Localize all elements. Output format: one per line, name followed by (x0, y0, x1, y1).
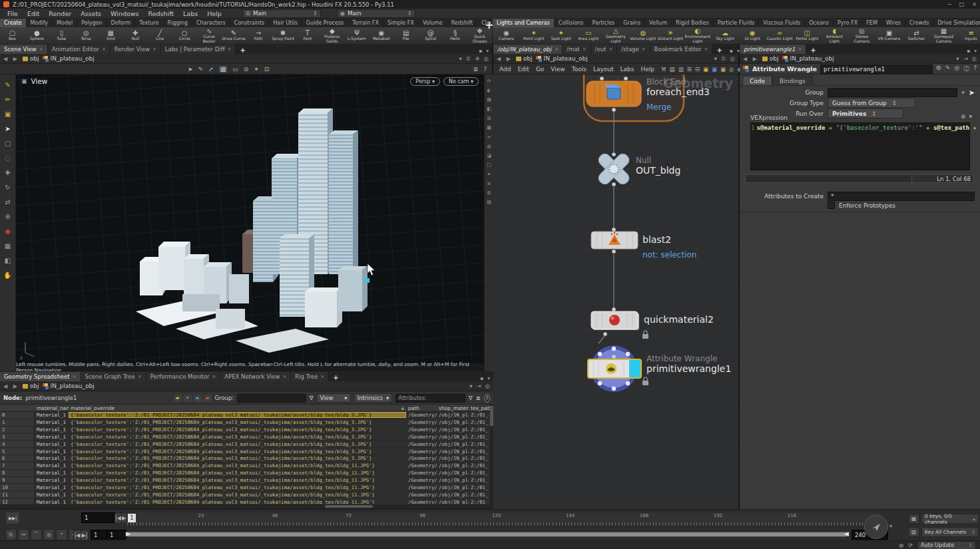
spreadsheet-toggle-icon[interactable]: ▰ (204, 395, 212, 402)
table-row[interactable]: 7 Material_1 {'basecolor_texture':'Z:/01… (0, 462, 493, 470)
network-menu-item[interactable]: Layout (590, 66, 617, 73)
network-toolbar-icon[interactable]: ⚒ (661, 66, 666, 73)
help-icon[interactable]: ? (484, 394, 490, 403)
forward-button[interactable]: ▶ (753, 56, 759, 62)
pane-tab[interactable]: /mat× (563, 45, 591, 54)
cell-path[interactable]: /Geometry/b (406, 427, 437, 433)
cell-path[interactable]: /Geometry/b (406, 492, 437, 498)
scrollbar-thumb[interactable] (325, 505, 373, 508)
shelf-tool-button[interactable]: ◉GI Light (739, 30, 766, 41)
viewport-side-tool-icon[interactable]: ⊕ (5, 213, 10, 220)
range-slider-right-handle[interactable]: ◀ (844, 530, 849, 537)
shelf-tool-button[interactable]: ▤File (393, 30, 418, 41)
viewport-side-tool-icon[interactable]: ⇄ (5, 198, 10, 206)
back-button[interactable]: ◀ (497, 56, 503, 62)
network-toolbar-icon[interactable]: ▤ (670, 66, 675, 73)
cell-material-override[interactable]: {'basecolor_texture':'Z:/01_PROJECT/2025… (69, 462, 406, 468)
cell-material-override[interactable]: {'basecolor_texture':'Z:/01_PROJECT/2025… (69, 477, 406, 483)
viewport-tool-icon[interactable]: ⊡ (264, 66, 270, 73)
path-root-chip[interactable]: obj (762, 55, 779, 62)
path-node-chip[interactable]: IN_plateau_obj (782, 55, 834, 62)
table-row[interactable]: 8 Material_1 {'basecolor_texture':'Z:/01… (0, 470, 493, 477)
pane-square-icon[interactable]: ▪ (967, 48, 970, 54)
viewport-tool-icon[interactable]: ✎ (198, 66, 204, 73)
display-option-icon[interactable]: ⚙ (487, 190, 491, 196)
column-header[interactable]: shop_materialp (437, 405, 469, 411)
list-icon[interactable]: ≣ (476, 395, 481, 401)
menu-item[interactable]: Assets (76, 10, 106, 17)
playbar-option-button[interactable]: ✑ (18, 529, 29, 540)
pin-icon[interactable]: ⇥ (963, 55, 967, 62)
forward-button[interactable]: ▶ (13, 56, 19, 62)
shelf-tab[interactable]: Characters (192, 19, 230, 27)
menu-item[interactable]: Help (202, 10, 226, 17)
shelf-tab[interactable]: Grains (619, 19, 645, 27)
param-section-tab[interactable]: Code (742, 76, 772, 86)
shelf-tool-button[interactable]: ▦Gamepad Camera (930, 28, 957, 43)
shelf-tool-button[interactable]: ◎Torus (74, 30, 99, 41)
back-button[interactable]: ◀ (3, 56, 9, 62)
spreadsheet-toggle-icon[interactable]: ▰ (194, 395, 202, 402)
cell-material-name[interactable]: Material_1 (35, 499, 69, 504)
range-end-button[interactable]: ▶| (81, 530, 89, 541)
close-tab-icon[interactable]: × (642, 47, 646, 52)
network-graph[interactable]: Geometry (493, 75, 740, 509)
freeze-icon[interactable]: ❄ (475, 55, 479, 62)
shelf-tab[interactable]: Guide Process (302, 19, 348, 27)
cell-material-override[interactable]: {'basecolor_texture':'Z:/01_PROJECT/2025… (69, 412, 406, 418)
cell-material-name[interactable]: Material_1 (35, 492, 69, 498)
display-option-icon[interactable]: ◪ (487, 153, 491, 158)
shelf-tool-button[interactable]: ◆Platonic Solids (320, 28, 344, 43)
pane-tab[interactable]: Labs | Parameter Diff× (161, 45, 236, 54)
playhead-marker[interactable]: 1 (128, 514, 136, 522)
shelf-tab[interactable]: Hair Utils (269, 19, 302, 27)
viewport-side-tool-icon[interactable]: ▢ (5, 140, 11, 147)
cell-material-override[interactable]: {'basecolor_texture':'Z:/01_PROJECT/2025… (69, 455, 406, 461)
display-option-icon[interactable]: ≈ (487, 134, 491, 140)
cell-shop-materialpath[interactable]: /obj/IN_pla (437, 449, 469, 455)
add-pane-tab-button[interactable]: + (712, 47, 726, 54)
cell-material-override[interactable]: {'basecolor_texture':'Z:/01_PROJECT/2025… (69, 470, 406, 476)
table-row[interactable]: 6 Material_1 {'basecolor_texture':'Z:/01… (0, 455, 493, 462)
viewport-toolbar-right-icon[interactable]: ? (483, 66, 487, 73)
network-toolbar-icon[interactable]: ▥ (678, 66, 684, 73)
node-name-label[interactable]: blast2 (642, 234, 671, 245)
forward-button[interactable]: ▶ (13, 383, 19, 389)
table-row[interactable]: 3 Material_1 {'basecolor_texture':'Z:/01… (0, 434, 493, 441)
key-all-channels-dropdown[interactable]: Key All Channels↕ (921, 527, 979, 537)
playbar-option-button[interactable]: ◎ (43, 529, 55, 540)
pane-tab[interactable]: /obj/IN_plateau_obj× (493, 45, 563, 54)
shelf-tab[interactable]: Pyro FX (834, 19, 862, 27)
cell-path[interactable]: /Geometry/b (406, 484, 437, 490)
refresh-icon[interactable]: ⟳ (908, 542, 913, 548)
run-over-dropdown[interactable]: Primitives↕ (828, 108, 903, 118)
shelf-tool-button[interactable]: ╱Line (148, 30, 172, 41)
timeline-ruler[interactable]: 24487296120144168192216 1 (126, 512, 881, 526)
shelf-tool-button[interactable]: ✱Spray Paint (270, 30, 295, 41)
path-dropdown-icon[interactable]: ▾ (459, 55, 462, 62)
back-button[interactable]: ◀ (743, 56, 749, 62)
shelf-tab[interactable]: Polygon (77, 19, 107, 27)
pane-tab[interactable]: Geometry Spreadsheet× (0, 372, 81, 381)
cell-material-override[interactable]: {'basecolor_texture':'Z:/01_PROJECT/2025… (69, 419, 406, 425)
param-header-icon[interactable]: ⚙ (936, 65, 941, 73)
display-option-icon[interactable]: ▤ (487, 97, 491, 102)
cell-material-name[interactable]: Material_1 (35, 441, 69, 447)
shelf-tab[interactable]: Deform (107, 19, 136, 27)
menu-item[interactable]: Windows (106, 10, 143, 17)
current-frame-field[interactable]: 1 (81, 512, 116, 523)
viewport-side-tool-icon[interactable]: ✋ (3, 272, 11, 279)
shelf-tab[interactable]: Volume (419, 19, 447, 27)
node-name-label[interactable]: OUT_bldg (636, 165, 680, 176)
close-tab-icon[interactable]: × (320, 374, 324, 379)
shelf-tool-button[interactable]: ΨL-System (344, 30, 369, 41)
shelf-tab[interactable]: Model (53, 19, 77, 27)
add-pane-tab-button[interactable]: + (806, 47, 820, 54)
display-option-icon[interactable]: ⟳ (487, 79, 491, 84)
shelf-tab[interactable]: Lights and Cameras (493, 19, 555, 27)
close-tab-icon[interactable]: × (704, 47, 708, 52)
cell-shop-materialpath[interactable]: /obj/IN_pla (437, 477, 469, 483)
cell-shop-materialpath[interactable]: /obj/IN_pla (437, 419, 469, 425)
param-header-icon[interactable]: ? (973, 65, 977, 73)
column-header[interactable]: material_override▲ (69, 405, 406, 411)
